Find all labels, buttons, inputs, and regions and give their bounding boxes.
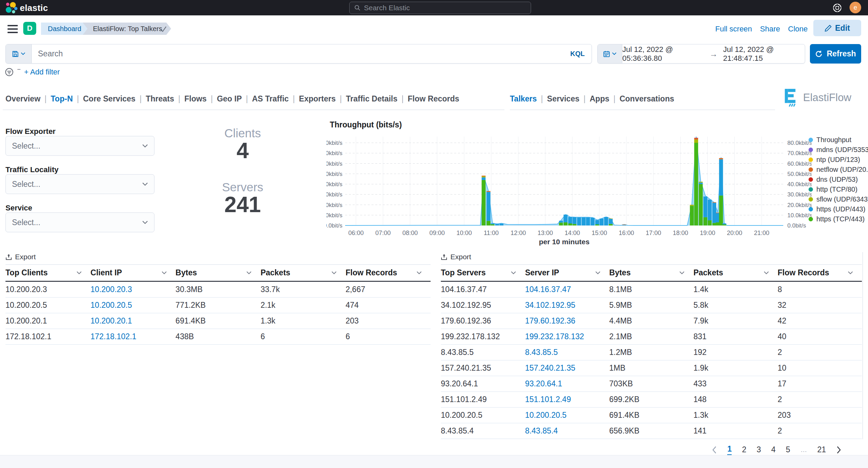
column-header-bytes[interactable]: Bytes xyxy=(176,268,261,277)
saved-query-menu-button[interactable] xyxy=(6,44,32,63)
breadcrumb-dashboard[interactable]: Dashboard xyxy=(41,23,90,35)
column-header-flow-records[interactable]: Flow Records xyxy=(345,268,431,277)
nav-link-geo-ip[interactable]: Geo IP xyxy=(217,94,242,104)
ip-link[interactable]: 10.200.20.5 xyxy=(525,411,609,420)
page-button-2[interactable]: 2 xyxy=(742,445,746,454)
table-cell: 1MB xyxy=(609,363,693,373)
table-header-row: Top ClientsClient IPBytesPacketsFlow Rec… xyxy=(5,265,431,282)
table-cell: 8.43.85.4 xyxy=(441,426,525,436)
legend-item-netflow[interactable]: netflow (UDP/20... xyxy=(809,165,868,175)
ip-link[interactable]: 8.43.85.4 xyxy=(525,426,609,436)
ip-link[interactable]: 157.240.21.35 xyxy=(525,363,609,373)
global-search-input[interactable]: Search Elastic xyxy=(349,2,531,14)
kql-search-input[interactable]: Search xyxy=(32,44,564,63)
table-cell: 703KB xyxy=(609,379,693,388)
breadcrumb-current-dashboard[interactable]: ElastiFlow: Top Talkers xyxy=(83,23,171,35)
column-header-top-servers[interactable]: Top Servers xyxy=(441,268,525,277)
throughput-chart[interactable]: 80.0kbit/s80.0kbit/s70.0kbit/s70.0kbit/s… xyxy=(326,132,812,246)
dashboard-app-icon[interactable]: D xyxy=(23,22,36,35)
y-axis-tick-right: 20.0kbit/s xyxy=(787,202,812,208)
date-from[interactable]: Jul 12, 2022 @ 05:36:36.80 xyxy=(622,45,704,63)
top-servers-panel: Export Top ServersServer IPBytesPacketsF… xyxy=(441,252,862,455)
column-header-client-ip[interactable]: Client IP xyxy=(91,268,176,277)
date-quick-menu-button[interactable] xyxy=(598,44,622,63)
servers-metric-value: 241 xyxy=(191,192,294,217)
share-button[interactable]: Share xyxy=(760,25,780,33)
ip-link[interactable]: 10.200.20.1 xyxy=(91,316,176,326)
traffic-locality-select[interactable]: Select... xyxy=(5,174,154,194)
nav-link-services[interactable]: Services xyxy=(547,94,580,104)
legend-item-dns[interactable]: dns (UDP/53) xyxy=(809,175,868,184)
add-filter-button[interactable]: + Add filter xyxy=(24,68,60,77)
legend-item-https[interactable]: https (UDP/443) xyxy=(809,204,868,214)
ip-link[interactable]: 10.200.20.5 xyxy=(91,301,176,310)
page-button-1[interactable]: 1 xyxy=(727,444,732,455)
column-header-server-ip[interactable]: Server IP xyxy=(525,268,609,277)
page-button-5[interactable]: 5 xyxy=(786,445,790,454)
legend-item-throughput[interactable]: Throughput xyxy=(809,135,868,145)
ip-link[interactable]: 10.200.20.3 xyxy=(91,285,176,294)
ip-link[interactable]: 179.60.192.36 xyxy=(525,316,609,326)
ip-link[interactable]: 151.101.2.49 xyxy=(525,395,609,404)
nav-link-apps[interactable]: Apps xyxy=(589,94,609,104)
nav-link-traffic-details[interactable]: Traffic Details xyxy=(346,94,397,104)
saved-check-icon[interactable] xyxy=(159,25,167,33)
legend-item-sflow[interactable]: sflow (UDP/6343) xyxy=(809,194,868,204)
nav-link-top-n[interactable]: Top-N xyxy=(51,94,73,104)
prev-page-icon[interactable] xyxy=(712,446,717,454)
user-avatar[interactable]: e xyxy=(850,2,861,13)
column-header-packets[interactable]: Packets xyxy=(693,268,777,277)
ip-link[interactable]: 104.16.37.47 xyxy=(525,285,609,294)
nav-link-exporters[interactable]: Exporters xyxy=(299,94,336,104)
page-button-3[interactable]: 3 xyxy=(757,445,761,454)
column-header-bytes[interactable]: Bytes xyxy=(609,268,693,277)
column-header-packets[interactable]: Packets xyxy=(260,268,345,277)
date-to[interactable]: Jul 12, 2022 @ 21:48:47.15 xyxy=(723,45,805,63)
clone-button[interactable]: Clone xyxy=(788,25,808,33)
nav-link-threats[interactable]: Threats xyxy=(146,94,174,104)
column-header-flow-records[interactable]: Flow Records xyxy=(778,268,862,277)
help-icon[interactable] xyxy=(832,2,843,13)
filter-menu-icon[interactable] xyxy=(5,68,14,77)
page-button-21[interactable]: 21 xyxy=(817,445,826,454)
ip-link[interactable]: 93.20.64.1 xyxy=(525,379,609,388)
export-clients-button[interactable]: Export xyxy=(5,252,43,262)
kql-language-button[interactable]: KQL xyxy=(564,44,592,63)
legend-item-https[interactable]: https (TCP/443) xyxy=(809,214,868,224)
server-row: 104.16.37.47104.16.37.478.1MB1.4k8 xyxy=(441,282,862,298)
full-screen-button[interactable]: Full screen xyxy=(715,25,752,33)
nav-link-overview[interactable]: Overview xyxy=(5,94,40,104)
y-axis-tick-left: 70.0kbit/s xyxy=(326,150,342,156)
service-select[interactable]: Select... xyxy=(5,212,154,232)
edit-button-label: Edit xyxy=(835,24,850,33)
stacked-bar-segment xyxy=(609,219,613,224)
nav-link-conversations[interactable]: Conversations xyxy=(620,94,674,104)
export-servers-button[interactable]: Export xyxy=(441,252,478,262)
ip-link[interactable]: 199.232.178.132 xyxy=(525,332,609,341)
hamburger-menu-icon[interactable] xyxy=(8,25,18,33)
legend-item-ntp[interactable]: ntp (UDP/123) xyxy=(809,155,868,165)
table-cell: 10.200.20.5 xyxy=(5,301,91,310)
edit-button[interactable]: Edit xyxy=(813,20,861,36)
elastic-logo-icon[interactable] xyxy=(5,1,18,14)
ip-link[interactable]: 34.102.192.95 xyxy=(525,301,609,310)
nav-link-core-services[interactable]: Core Services xyxy=(83,94,135,104)
flow-exporter-select[interactable]: Select... xyxy=(5,136,154,156)
refresh-button-label: Refresh xyxy=(827,49,856,58)
legend-item-http[interactable]: http (TCP/80) xyxy=(809,184,868,194)
nav-link-flow-records[interactable]: Flow Records xyxy=(408,94,459,104)
ip-link[interactable]: 8.43.85.5 xyxy=(525,348,609,357)
next-page-icon[interactable] xyxy=(836,446,841,454)
nav-link-talkers[interactable]: Talkers xyxy=(510,94,537,104)
nav-link-as-traffic[interactable]: AS Traffic xyxy=(252,94,288,104)
page-button-4[interactable]: 4 xyxy=(771,445,776,454)
column-header-top-clients[interactable]: Top Clients xyxy=(5,268,91,277)
legend-item-mdns[interactable]: mdns (UDP/5353) xyxy=(809,145,868,155)
refresh-button[interactable]: Refresh xyxy=(810,44,861,64)
ip-link[interactable]: 172.18.102.1 xyxy=(91,332,176,341)
table-cell: 5.8k xyxy=(693,301,777,310)
elastic-brand[interactable]: elastic xyxy=(20,3,48,13)
nav-link-flows[interactable]: Flows xyxy=(184,94,206,104)
x-axis-tick: 15:00 xyxy=(592,230,607,236)
stacked-bar-segment xyxy=(690,205,694,206)
